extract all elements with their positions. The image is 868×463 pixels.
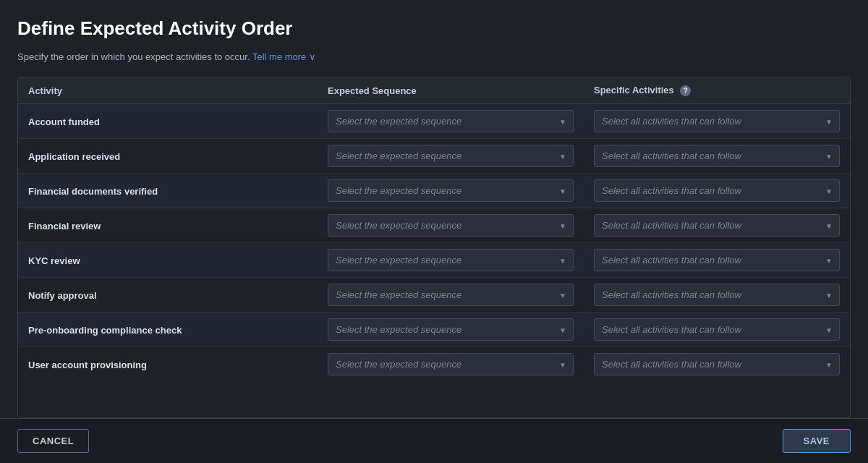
table-row: Application receivedSelect the expected … <box>18 139 850 174</box>
activity-cell: Account funded <box>18 104 318 139</box>
expected-sequence-cell: Select the expected sequence▼ <box>318 278 584 313</box>
expected-sequence-cell: Select the expected sequence▼ <box>318 313 584 347</box>
table-row: KYC reviewSelect the expected sequence▼S… <box>18 243 850 278</box>
activity-name: Financial documents verified <box>28 186 158 197</box>
col-expected-sequence: Expected Sequence <box>318 77 584 104</box>
activity-name: User account provisioning <box>28 360 147 370</box>
specific-activities-info-icon[interactable]: ? <box>680 85 691 96</box>
specific-activities-select[interactable]: Select all activities that can follow <box>594 145 840 167</box>
activity-cell: User account provisioning <box>18 347 318 382</box>
footer: CANCEL SAVE <box>0 418 868 463</box>
activity-cell: Application received <box>18 139 318 174</box>
expected-sequence-select[interactable]: Select the expected sequence <box>328 318 574 341</box>
table-row: Pre-onboarding compliance checkSelect th… <box>18 313 850 347</box>
table-body: Account fundedSelect the expected sequen… <box>18 104 850 382</box>
activity-table: Activity Expected Sequence Specific Acti… <box>18 77 850 381</box>
activity-name: Application received <box>28 151 120 162</box>
tell-me-more-link[interactable]: Tell me more ∨ <box>252 51 316 62</box>
col-specific-activities: Specific Activities ? <box>584 77 850 104</box>
specific-activities-select[interactable]: Select all activities that can follow <box>594 179 840 202</box>
activity-name: Account funded <box>28 116 100 127</box>
subtitle: Specify the order in which you expect ac… <box>17 51 851 62</box>
specific-activities-cell: Select all activities that can follow▼ <box>584 104 850 139</box>
subtitle-text: Specify the order in which you expect ac… <box>17 51 250 62</box>
expected-sequence-select[interactable]: Select the expected sequence <box>328 145 574 167</box>
expected-sequence-cell: Select the expected sequence▼ <box>318 104 584 139</box>
cancel-button[interactable]: CANCEL <box>17 429 89 453</box>
specific-activities-cell: Select all activities that can follow▼ <box>584 313 850 347</box>
specific-activities-cell: Select all activities that can follow▼ <box>584 347 850 382</box>
expected-sequence-select[interactable]: Select the expected sequence <box>328 179 574 202</box>
expected-sequence-cell: Select the expected sequence▼ <box>318 243 584 278</box>
expected-sequence-select[interactable]: Select the expected sequence <box>328 284 574 306</box>
activity-cell: Pre-onboarding compliance check <box>18 313 318 347</box>
table-row: User account provisioningSelect the expe… <box>18 347 850 382</box>
table-row: Notify approvalSelect the expected seque… <box>18 278 850 313</box>
specific-activities-select[interactable]: Select all activities that can follow <box>594 249 840 271</box>
expected-sequence-select[interactable]: Select the expected sequence <box>328 214 574 237</box>
activity-cell: Notify approval <box>18 278 318 313</box>
activity-name: KYC review <box>28 255 80 266</box>
expected-sequence-cell: Select the expected sequence▼ <box>318 347 584 382</box>
expected-sequence-select[interactable]: Select the expected sequence <box>328 353 574 375</box>
specific-activities-cell: Select all activities that can follow▼ <box>584 243 850 278</box>
col-activity: Activity <box>18 77 318 104</box>
expected-sequence-cell: Select the expected sequence▼ <box>318 139 584 174</box>
specific-activities-cell: Select all activities that can follow▼ <box>584 139 850 174</box>
specific-activities-cell: Select all activities that can follow▼ <box>584 278 850 313</box>
expected-sequence-cell: Select the expected sequence▼ <box>318 174 584 208</box>
specific-activities-select[interactable]: Select all activities that can follow <box>594 318 840 341</box>
table-row: Account fundedSelect the expected sequen… <box>18 104 850 139</box>
specific-activities-select[interactable]: Select all activities that can follow <box>594 214 840 237</box>
specific-activities-select[interactable]: Select all activities that can follow <box>594 284 840 306</box>
activity-name: Pre-onboarding compliance check <box>28 325 182 336</box>
activity-name: Financial review <box>28 221 101 232</box>
specific-activities-cell: Select all activities that can follow▼ <box>584 174 850 208</box>
table-container: Activity Expected Sequence Specific Acti… <box>17 77 851 418</box>
activity-name: Notify approval <box>28 290 97 301</box>
save-button[interactable]: SAVE <box>783 429 851 453</box>
table-row: Financial reviewSelect the expected sequ… <box>18 208 850 243</box>
main-container: Define Expected Activity Order Specify t… <box>0 0 868 418</box>
specific-activities-select[interactable]: Select all activities that can follow <box>594 353 840 375</box>
expected-sequence-cell: Select the expected sequence▼ <box>318 208 584 243</box>
activity-cell: Financial documents verified <box>18 174 318 208</box>
specific-activities-cell: Select all activities that can follow▼ <box>584 208 850 243</box>
activity-cell: Financial review <box>18 208 318 243</box>
activity-cell: KYC review <box>18 243 318 278</box>
expected-sequence-select[interactable]: Select the expected sequence <box>328 110 574 132</box>
table-header-row: Activity Expected Sequence Specific Acti… <box>18 77 850 104</box>
specific-activities-select[interactable]: Select all activities that can follow <box>594 110 840 132</box>
table-row: Financial documents verifiedSelect the e… <box>18 174 850 208</box>
expected-sequence-select[interactable]: Select the expected sequence <box>328 249 574 271</box>
page-title: Define Expected Activity Order <box>17 17 851 40</box>
